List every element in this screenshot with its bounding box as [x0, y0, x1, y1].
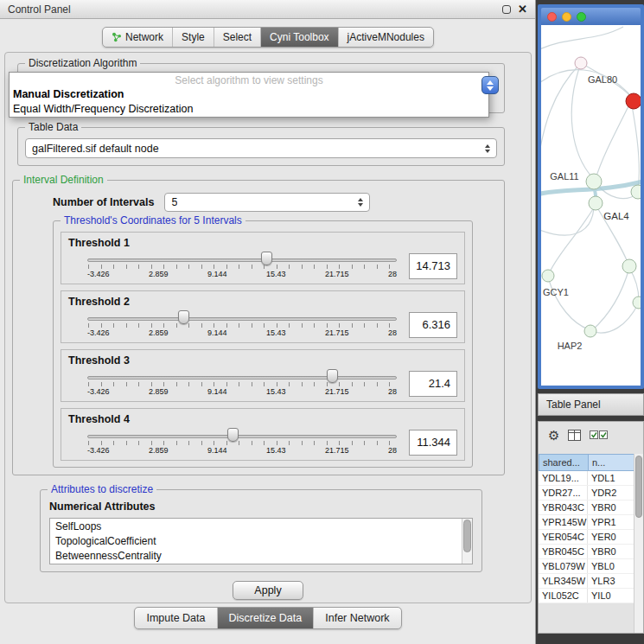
table-row[interactable]: YBL079WYBL0: [539, 559, 635, 574]
scrollbar-thumb[interactable]: [463, 520, 471, 552]
table-row[interactable]: YBR043CYBR0: [539, 501, 635, 515]
algorithm-group-title: Discretization Algorithm: [25, 57, 140, 69]
cell-name: YDR2: [588, 486, 635, 500]
tab-label: Style: [182, 31, 205, 43]
network-node[interactable]: [575, 57, 587, 69]
apply-button[interactable]: Apply: [233, 581, 303, 600]
column-header-shared-name[interactable]: shared...: [539, 454, 588, 471]
tab-network[interactable]: Network: [103, 28, 173, 47]
thresholds-group-title: Threshold's Coordinates for 5 Intervals: [61, 214, 245, 226]
scale-label: 2.859: [149, 387, 169, 396]
table-row[interactable]: YBR045CYBR0: [539, 545, 635, 559]
slider-handle[interactable]: [261, 252, 272, 265]
threshold-slider[interactable]: -3.4262.8599.14415.4321.71528: [87, 427, 397, 457]
network-canvas[interactable]: GAL80 GAL11 GAL4 GCY1 HAP2: [541, 25, 641, 386]
threshold-slider[interactable]: -3.4262.8599.14415.4321.71528: [87, 309, 397, 340]
thresholds-container: Threshold 1-3.4262.8599.14415.4321.71528…: [59, 232, 467, 461]
table-scrollbar-thumb[interactable]: [635, 456, 642, 518]
threshold-slider[interactable]: -3.4262.8599.14415.4321.71528: [87, 251, 397, 281]
tab-label: Network: [125, 31, 163, 43]
table-panel-title: Table Panel: [546, 399, 601, 411]
scale-label: 21.715: [325, 387, 349, 396]
window-title: Control Panel: [8, 3, 71, 16]
table-row[interactable]: YDL19...YDL1: [539, 471, 635, 486]
algorithm-combo-stepper[interactable]: [481, 76, 499, 94]
tab-select[interactable]: Select: [214, 28, 261, 47]
bottom-tabbar: Impute DataDiscretize DataInfer Network: [0, 607, 536, 629]
table-row[interactable]: YLR345WYLR3: [539, 574, 635, 589]
network-node[interactable]: [622, 259, 636, 273]
list-item[interactable]: BetweennessCentrality: [50, 548, 472, 563]
threshold-value-field[interactable]: 21.4: [409, 371, 457, 397]
list-item[interactable]: SelfLoops: [50, 519, 472, 533]
scale-label: 9.144: [207, 446, 227, 455]
zoom-traffic-light-icon[interactable]: [577, 12, 586, 22]
column-selector-icon[interactable]: [568, 430, 581, 441]
list-scrollbar[interactable]: [462, 519, 472, 564]
network-node-selected-red[interactable]: [626, 93, 641, 109]
scale-label: 15.43: [266, 328, 286, 337]
bottom-tab-impute-data[interactable]: Impute Data: [135, 608, 217, 628]
close-icon[interactable]: ✕: [518, 4, 527, 14]
minimize-traffic-light-icon[interactable]: [562, 12, 571, 22]
slider-handle[interactable]: [227, 428, 239, 442]
threshold-value-field[interactable]: 6.316: [409, 312, 457, 338]
network-view-window[interactable]: GAL80 GAL11 GAL4 GCY1 HAP2: [538, 4, 644, 389]
slider-scale: -3.4262.8599.14415.4321.71528: [87, 387, 397, 396]
scale-label: 15.43: [266, 387, 286, 396]
scale-label: -3.426: [87, 328, 110, 337]
bottom-tab-infer-network[interactable]: Infer Network: [314, 608, 400, 628]
table-row[interactable]: YPR145WYPR1: [539, 515, 635, 530]
table-data-combo[interactable]: galFiltered.sif default node: [25, 138, 497, 158]
network-icon: [112, 32, 122, 42]
table-row[interactable]: YDR27...YDR2: [539, 486, 635, 501]
arrow-up-icon: [358, 198, 363, 201]
table-row[interactable]: YIL052CYIL0: [539, 589, 635, 603]
cell-shared-name: YER054C: [539, 530, 588, 544]
network-node[interactable]: [584, 325, 596, 337]
attributes-group-title: Attributes to discretize: [48, 483, 156, 495]
network-node[interactable]: [633, 296, 641, 309]
node-label-gal80: GAL80: [588, 74, 617, 85]
float-window-icon[interactable]: [502, 5, 511, 14]
scale-label: -3.426: [87, 270, 110, 278]
network-node[interactable]: [589, 196, 603, 210]
network-node[interactable]: [631, 185, 641, 199]
gear-icon[interactable]: ⚙: [548, 429, 559, 442]
threshold-value-field[interactable]: 11.344: [409, 430, 457, 456]
attributes-listbox[interactable]: SelfLoopsTopologicalCoefficientBetweenne…: [49, 518, 473, 564]
slider-handle[interactable]: [178, 310, 189, 324]
threshold-row: -3.4262.8599.14415.4321.7152821.4: [68, 368, 457, 399]
table-body: YDL19...YDL1YDR27...YDR2YBR043CYBR0YPR14…: [539, 471, 635, 603]
combo-stepper-icon: [353, 198, 363, 207]
scale-label: 9.144: [207, 270, 227, 278]
select-rows-checkboxes-icon[interactable]: [590, 430, 609, 440]
list-item[interactable]: TopologicalCoefficient: [50, 533, 472, 548]
tab-style[interactable]: Style: [173, 28, 214, 47]
attributes-group: Attributes to discretize Numerical Attri…: [40, 489, 482, 572]
tab-cyni-toolbox[interactable]: Cyni Toolbox: [261, 28, 338, 47]
threshold-slider[interactable]: -3.4262.8599.14415.4321.71528: [87, 368, 397, 399]
network-node[interactable]: [542, 270, 554, 282]
table-panel-header[interactable]: Table Panel: [538, 393, 644, 416]
scale-label: 21.715: [325, 446, 349, 455]
table-row[interactable]: YER054CYER0: [539, 530, 635, 545]
tab-jactivemnodules[interactable]: jActiveMNodules: [339, 28, 433, 47]
dropdown-option-equal-width[interactable]: Equal Width/Frequency Discretization: [10, 102, 488, 117]
threshold-row: -3.4262.8599.14415.4321.7152811.344: [68, 427, 457, 457]
cyni-toolbox-panel: Discretization Algorithm Select algorith…: [4, 52, 532, 603]
arrow-down-icon: [485, 150, 490, 153]
column-header-name[interactable]: n...: [588, 454, 635, 471]
num-intervals-combo[interactable]: 5: [164, 193, 370, 212]
node-label-gal4: GAL4: [603, 211, 629, 221]
threshold-box-4: Threshold 4-3.4262.8599.14415.4321.71528…: [61, 408, 465, 461]
tab-bar: NetworkStyleSelectCyni ToolboxjActiveMNo…: [102, 27, 434, 48]
table-scrollbar[interactable]: [634, 454, 643, 633]
cell-shared-name: YPR145W: [539, 515, 588, 529]
bottom-tab-discretize-data[interactable]: Discretize Data: [218, 608, 315, 628]
threshold-value-field[interactable]: 14.713: [409, 253, 457, 279]
network-node[interactable]: [586, 174, 602, 189]
dropdown-option-manual-discretization[interactable]: Manual Discretization: [10, 87, 488, 102]
slider-handle[interactable]: [327, 369, 338, 383]
close-traffic-light-icon[interactable]: [547, 12, 557, 22]
